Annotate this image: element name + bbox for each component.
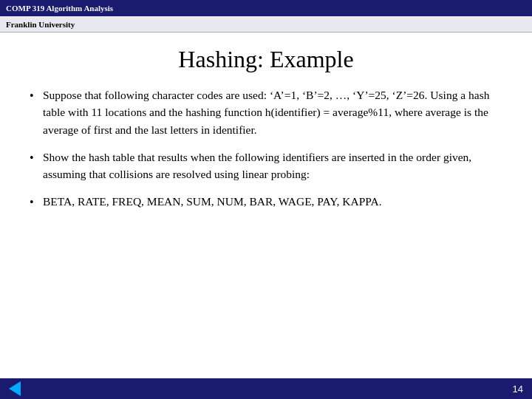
nav-prev-arrow[interactable] bbox=[9, 381, 21, 396]
bullet-item-1: • Show the hash table that results when … bbox=[30, 149, 502, 183]
bullet-dot-1: • bbox=[30, 149, 43, 167]
header-bar: COMP 319 Algorithm Analysis bbox=[0, 0, 532, 16]
bullet-list: •Suppose that following character codes … bbox=[30, 86, 502, 211]
bullet-item-0: •Suppose that following character codes … bbox=[30, 86, 502, 138]
bottom-bar: 14 bbox=[0, 378, 532, 399]
bullet-dot-2: • bbox=[30, 194, 43, 211]
university-name: Franklin University bbox=[6, 20, 75, 29]
sub-header: Franklin University bbox=[0, 16, 532, 33]
bullet-dot-0: • bbox=[30, 87, 43, 105]
bullet-text-0: Suppose that following character codes a… bbox=[43, 86, 502, 138]
slide-content: Hashing: Example •Suppose that following… bbox=[0, 33, 532, 378]
bullet-text-1: Show the hash table that results when th… bbox=[43, 149, 502, 183]
page-number: 14 bbox=[513, 383, 523, 395]
slide-title: Hashing: Example bbox=[30, 46, 502, 73]
course-title: COMP 319 Algorithm Analysis bbox=[6, 4, 113, 13]
bullet-item-2: • BETA, RATE, FREQ, MEAN, SUM, NUM, BAR,… bbox=[30, 193, 502, 211]
bullet-text-2: BETA, RATE, FREQ, MEAN, SUM, NUM, BAR, W… bbox=[43, 193, 502, 210]
